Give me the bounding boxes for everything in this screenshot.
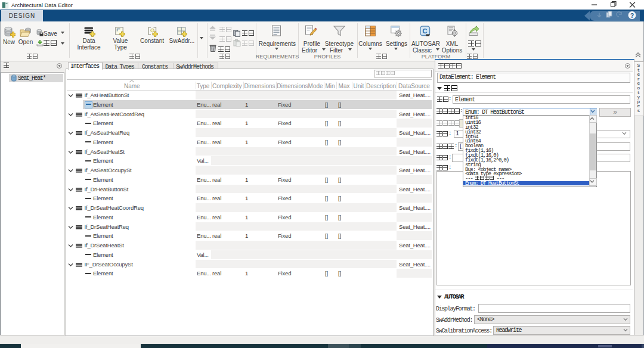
svg-text:?: ? xyxy=(630,13,634,19)
svg-text:C: C xyxy=(423,27,428,35)
